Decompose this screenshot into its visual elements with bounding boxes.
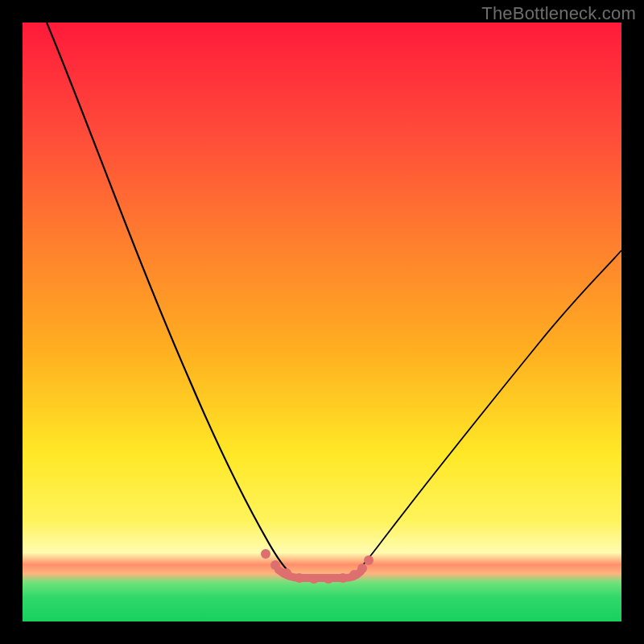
marker-dot — [295, 573, 304, 583]
marker-dot — [309, 574, 319, 584]
marker-dot — [282, 568, 291, 578]
right-branch-curve — [355, 250, 621, 573]
marker-dot — [270, 560, 280, 570]
plot-area — [23, 23, 621, 621]
marker-dot — [357, 564, 367, 573]
marker-dot — [338, 573, 348, 583]
curve-overlay — [23, 23, 621, 621]
bottom-markers-group — [261, 549, 374, 584]
marker-dot — [349, 570, 359, 580]
marker-dot — [324, 574, 333, 584]
marker-dot — [261, 549, 270, 559]
chart-stage: TheBottleneck.com — [0, 0, 644, 644]
watermark-text: TheBottleneck.com — [481, 3, 636, 24]
left-branch-curve — [47, 23, 291, 573]
marker-dot — [364, 555, 374, 565]
